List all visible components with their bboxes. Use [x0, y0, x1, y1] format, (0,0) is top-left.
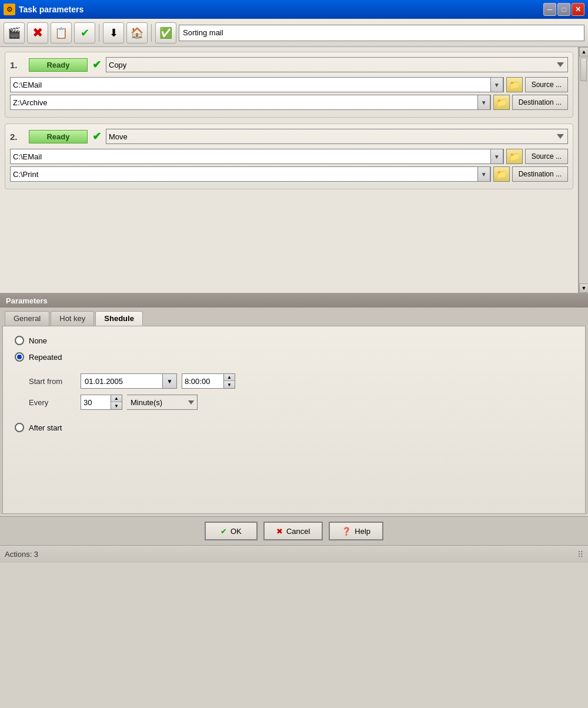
cancel-button[interactable]: ✖ Cancel — [263, 522, 323, 540]
task-1-number: 1. — [10, 60, 24, 70]
copy-task-button[interactable]: 📋 — [51, 22, 72, 44]
toolbar-separator2 — [151, 24, 152, 42]
task-item-2: 2. Ready ✔ Copy Move Delete Rename C:\EM… — [5, 123, 573, 189]
task-2-dest-folder-btn[interactable]: 📁 — [493, 166, 510, 182]
every-row: Every ▲ ▼ Second(s) Minute(s) Hour(s) Da… — [29, 395, 573, 410]
task-1-check-icon: ✔ — [92, 58, 101, 71]
task-2-source-button[interactable]: Source ... — [525, 149, 568, 164]
tab-schedule[interactable]: Shedule — [95, 311, 143, 326]
radio-none[interactable]: None — [15, 336, 573, 345]
task-2-source-dropdown-btn[interactable]: ▼ — [490, 149, 503, 163]
task-name-input[interactable] — [179, 25, 584, 41]
window-controls: ─ □ ✕ — [543, 3, 584, 16]
radio-repeated[interactable]: Repeated — [15, 352, 573, 362]
start-from-label: Start from — [29, 377, 76, 386]
unit-select[interactable]: Second(s) Minute(s) Hour(s) Day(s) Week(… — [127, 395, 198, 410]
task-1-dest-row: Z:\Archive ▼ 📁 Destination ... — [10, 95, 568, 110]
task-2-dest-path-wrapper: C:\Print ▼ — [10, 166, 491, 182]
radio-after-start[interactable]: After start — [15, 423, 573, 432]
tab-hotkey[interactable]: Hot key — [51, 311, 94, 326]
task-1-ready-button[interactable]: Ready — [29, 58, 88, 72]
task-1-source-dropdown-btn[interactable]: ▼ — [490, 78, 503, 92]
download-button[interactable]: ⬇ — [103, 22, 124, 44]
tasks-scrollbar[interactable]: ▲ ▼ — [579, 47, 588, 293]
task-1-source-folder-btn[interactable]: 📁 — [506, 77, 523, 92]
scroll-thumb[interactable] — [580, 58, 587, 81]
task-1-action-select[interactable]: Copy Move Delete Rename — [106, 57, 568, 72]
radio-none-circle — [15, 336, 24, 345]
tab-general[interactable]: General — [5, 311, 49, 326]
parameters-header: Parameters — [0, 294, 588, 308]
status-text: Actions: 3 — [5, 550, 38, 559]
cancel-icon: ✖ — [276, 527, 283, 536]
task-1-dest-dropdown-btn[interactable]: ▼ — [477, 95, 490, 109]
minimize-button[interactable]: ─ — [543, 3, 556, 16]
task-1-dest-path: Z:\Archive — [11, 97, 477, 108]
time-spin-up-button[interactable]: ▲ — [224, 374, 235, 381]
task-1-header: 1. Ready ✔ Copy Move Delete Rename — [10, 57, 568, 72]
title-bar: ⚙ Task parameters ─ □ ✕ — [0, 0, 588, 19]
help-button[interactable]: ❓ Help — [329, 522, 383, 540]
date-input-wrap: ▼ — [81, 373, 177, 389]
check-button[interactable]: ✔ — [74, 22, 95, 44]
tab-content-schedule: None Repeated Start from ▼ — [2, 326, 586, 514]
film-button[interactable]: 🎬 — [4, 22, 25, 44]
maximize-button[interactable]: □ — [557, 3, 570, 16]
radio-after-start-label: After start — [29, 423, 62, 432]
tasks-panel: 1. Ready ✔ Copy Move Delete Rename C:\EM… — [0, 47, 579, 293]
radio-repeated-circle — [15, 352, 24, 362]
task-2-source-path-wrapper: C:\EMail ▼ — [10, 149, 504, 164]
task-2-dest-button[interactable]: Destination ... — [512, 166, 568, 182]
task-2-ready-button[interactable]: Ready — [29, 130, 88, 143]
task-check-button[interactable]: ✅ — [155, 22, 176, 44]
task-1-source-button[interactable]: Source ... — [525, 77, 568, 92]
task-item-1: 1. Ready ✔ Copy Move Delete Rename C:\EM… — [5, 52, 573, 118]
tasks-area: 1. Ready ✔ Copy Move Delete Rename C:\EM… — [0, 47, 588, 294]
time-spin-buttons: ▲ ▼ — [223, 374, 235, 388]
task-2-dest-dropdown-btn[interactable]: ▼ — [477, 167, 490, 181]
every-spin-down-button[interactable]: ▼ — [111, 402, 122, 409]
number-input-wrap: ▲ ▼ — [81, 395, 122, 410]
task-2-action-select[interactable]: Copy Move Delete Rename — [106, 129, 568, 144]
task-1-dest-folder-btn[interactable]: 📁 — [493, 95, 510, 110]
schedule-radio-group: None Repeated Start from ▼ — [15, 336, 573, 432]
help-icon: ❓ — [342, 527, 351, 536]
dialog-footer: ✔ OK ✖ Cancel ❓ Help — [0, 516, 588, 545]
task-2-dest-path: C:\Print — [11, 169, 477, 180]
scroll-up-button[interactable]: ▲ — [579, 47, 588, 56]
time-input[interactable] — [182, 374, 223, 388]
delete-button[interactable]: ✖ — [27, 22, 48, 44]
time-spin-down-button[interactable]: ▼ — [224, 381, 235, 388]
date-dropdown-button[interactable]: ▼ — [163, 373, 177, 389]
toolbar-separator — [99, 24, 99, 42]
every-value-input[interactable] — [81, 395, 111, 409]
task-2-header: 2. Ready ✔ Copy Move Delete Rename — [10, 129, 568, 144]
task-2-dest-row: C:\Print ▼ 📁 Destination ... — [10, 166, 568, 182]
scroll-down-button[interactable]: ▼ — [579, 283, 588, 293]
task-2-check-icon: ✔ — [92, 130, 101, 143]
every-spin-buttons: ▲ ▼ — [111, 395, 122, 409]
home-button[interactable]: 🏠 — [126, 22, 148, 44]
task-2-number: 2. — [10, 132, 24, 142]
schedule-fields: Start from ▼ ▲ ▼ Every — [29, 373, 573, 416]
ok-icon: ✔ — [220, 527, 227, 536]
ok-button[interactable]: ✔ OK — [205, 522, 258, 540]
parameters-panel: Parameters General Hot key Shedule None … — [0, 294, 588, 514]
toolbar: 🎬 ✖ 📋 ✔ ⬇ 🏠 ✅ — [0, 19, 588, 47]
resize-grip-icon: ⠿ — [577, 550, 583, 559]
task-1-source-path: C:\EMail — [11, 79, 490, 91]
close-button[interactable]: ✕ — [572, 3, 584, 16]
window-title: Task parameters — [19, 5, 83, 14]
task-1-source-path-wrapper: C:\EMail ▼ — [10, 77, 504, 92]
task-2-source-path: C:\EMail — [11, 151, 490, 162]
time-input-wrap: ▲ ▼ — [182, 373, 235, 389]
task-2-source-folder-btn[interactable]: 📁 — [506, 149, 523, 164]
tabs-bar: General Hot key Shedule — [0, 308, 588, 326]
every-label: Every — [29, 398, 76, 407]
every-spin-up-button[interactable]: ▲ — [111, 395, 122, 402]
ok-label: OK — [230, 527, 242, 536]
date-input[interactable] — [81, 373, 163, 389]
app-icon: ⚙ — [4, 4, 15, 15]
cancel-label: Cancel — [286, 527, 310, 536]
task-1-dest-button[interactable]: Destination ... — [512, 95, 568, 110]
